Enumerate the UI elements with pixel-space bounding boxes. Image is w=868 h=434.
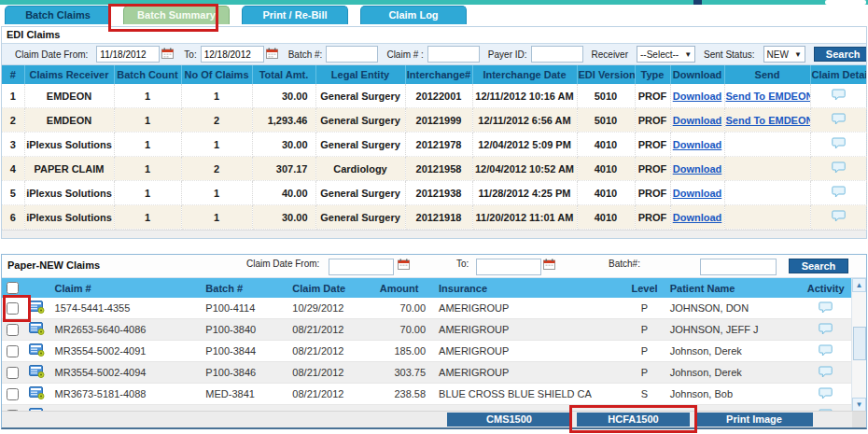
paper-claim-date-from-input[interactable] [329, 259, 394, 275]
top-bar-scroll-fragment [825, 0, 866, 5]
scroll-down-icon[interactable]: ▼ [852, 398, 866, 412]
claim-form-icon[interactable] [29, 343, 45, 358]
edi-search-button[interactable]: Search [814, 47, 866, 62]
paper-cell-insurance: AMERIGROUP [435, 298, 623, 319]
edi-cell-batch-count: 1 [114, 108, 181, 133]
edi-cell-type: PROF [635, 157, 670, 181]
paper-column-header: Batch # [202, 278, 288, 298]
edi-cell-total-amt: 30.00 [252, 205, 315, 230]
claim-form-icon[interactable] [29, 386, 45, 401]
row-checkbox[interactable] [7, 324, 19, 336]
payer-id-input[interactable] [531, 46, 583, 63]
edi-cell-no-of-claims: 1 [181, 181, 252, 205]
edi-table-header-row: #Claims ReceiverBatch CountNo Of ClaimsT… [2, 65, 866, 84]
paper-cell-insurance: AMERIGROUP [435, 362, 623, 384]
hcfa1500-button[interactable]: HCFA1500 [577, 413, 690, 427]
edi-cell-receiver: iPlexus Solutions [24, 133, 114, 157]
download-link[interactable]: Download [673, 139, 722, 150]
edi-cell-claim-details [810, 133, 866, 157]
scroll-up-icon[interactable]: ▲ [852, 278, 866, 292]
edi-cell-type: PROF [635, 84, 670, 108]
batch-number-input[interactable] [326, 46, 378, 63]
claim-date-to-input[interactable] [201, 46, 264, 63]
edi-cell-interchange: 20122001 [405, 84, 472, 108]
send-to-emdeon-link[interactable]: Send To EMDEON [726, 115, 811, 126]
paper-cell-activity [800, 341, 852, 362]
select-all-checkbox[interactable] [7, 282, 19, 294]
paper-table-scrollbar[interactable]: ▲ ▼ [851, 278, 866, 412]
activity-icon[interactable] [819, 344, 833, 358]
paper-cell-checkbox [2, 298, 24, 319]
claim-form-icon[interactable] [29, 365, 45, 380]
claim-details-icon[interactable] [832, 137, 846, 151]
paper-cell-date: 08/21/2012 [288, 384, 364, 405]
download-link[interactable]: Download [673, 163, 722, 175]
cms1500-button[interactable]: CMS1500 [447, 413, 571, 427]
activity-icon[interactable] [819, 323, 833, 337]
payer-id-label: Payer ID: [488, 49, 527, 60]
claim-details-icon[interactable] [832, 161, 846, 175]
claim-form-icon[interactable] [29, 301, 45, 315]
to-label: To: [184, 49, 196, 60]
tab-claim-log[interactable]: Claim Log [360, 6, 467, 24]
download-link[interactable]: Download [673, 188, 722, 199]
calendar-icon[interactable] [266, 48, 278, 61]
paper-cell-amount: 70.00 [364, 298, 435, 319]
top-teal-bar [0, 0, 868, 5]
paper-cell-checkbox [2, 384, 24, 405]
activity-icon[interactable] [819, 366, 833, 380]
row-checkbox[interactable] [7, 367, 19, 379]
send-to-emdeon-link[interactable]: Send To EMDEON [726, 91, 811, 102]
paper-batch-input[interactable] [700, 259, 777, 275]
edi-cell-no-of-claims: 2 [181, 108, 252, 133]
row-checkbox[interactable] [7, 345, 19, 357]
claim-date-from-input[interactable] [96, 46, 160, 63]
row-checkbox[interactable] [7, 302, 19, 315]
tab-bar: Batch Claims Batch Summary Print / Re-Bi… [5, 6, 479, 24]
edi-cell-download: Download [670, 108, 724, 133]
edi-cell-type: PROF [635, 133, 670, 157]
calendar-icon[interactable] [398, 259, 410, 272]
tab-batch-claims[interactable]: Batch Claims [5, 6, 111, 24]
print-image-button[interactable]: Print Image [695, 413, 813, 427]
edi-cell-total-amt: 30.00 [252, 133, 315, 157]
scrollbar-thumb[interactable] [853, 327, 866, 360]
edi-cell-send [724, 181, 810, 205]
paper-claim-date-to-input[interactable] [476, 259, 541, 275]
calendar-icon[interactable] [161, 48, 174, 61]
edi-cell-receiver: iPlexus Solutions [24, 205, 114, 230]
claim-number-input[interactable] [427, 46, 480, 63]
tab-batch-summary[interactable]: Batch Summary [123, 6, 230, 24]
claim-details-icon[interactable] [832, 210, 846, 224]
paper-cell-date: 10/29/2012 [288, 298, 364, 319]
activity-icon[interactable] [819, 387, 833, 401]
download-link[interactable]: Download [673, 91, 722, 102]
tab-print-rebill[interactable]: Print / Re-Bill [242, 6, 348, 24]
paper-cell-batch: P100-4114 [202, 298, 288, 319]
receiver-select[interactable]: --Select-- ▼ [637, 46, 695, 63]
edi-cell-interchange-date: 12/04/2012 10:52 AM [472, 157, 577, 181]
edi-cell-edi-version: 4010 [577, 157, 635, 181]
calendar-icon[interactable] [543, 259, 555, 272]
row-checkbox[interactable] [7, 388, 19, 400]
claim-details-icon[interactable] [832, 113, 846, 127]
download-link[interactable]: Download [673, 212, 722, 223]
download-link[interactable]: Download [673, 115, 722, 126]
activity-icon[interactable] [819, 301, 833, 315]
claim-form-icon[interactable] [29, 322, 45, 337]
claim-details-icon[interactable] [832, 89, 846, 103]
edi-column-header: Interchange Date [472, 65, 577, 84]
paper-cell-level: P [623, 341, 665, 362]
paper-cell-patient: Johnson, Derek [666, 341, 801, 362]
claim-details-icon[interactable] [832, 186, 846, 200]
edi-column-header: Total Amt. [252, 65, 315, 84]
edi-cell-claim-details [810, 157, 866, 181]
edi-cell-interchange: 20121958 [405, 157, 472, 181]
edi-cell-num: 1 [2, 84, 24, 108]
sent-status-select[interactable]: NEW ▼ [763, 46, 805, 63]
paper-search-button[interactable]: Search [789, 259, 848, 273]
edi-cell-total-amt: 30.00 [252, 84, 315, 108]
edi-cell-total-amt: 307.17 [252, 157, 315, 181]
paper-icon-column-header [24, 278, 50, 298]
paper-cell-patient: Johnson, Derek [666, 362, 801, 384]
